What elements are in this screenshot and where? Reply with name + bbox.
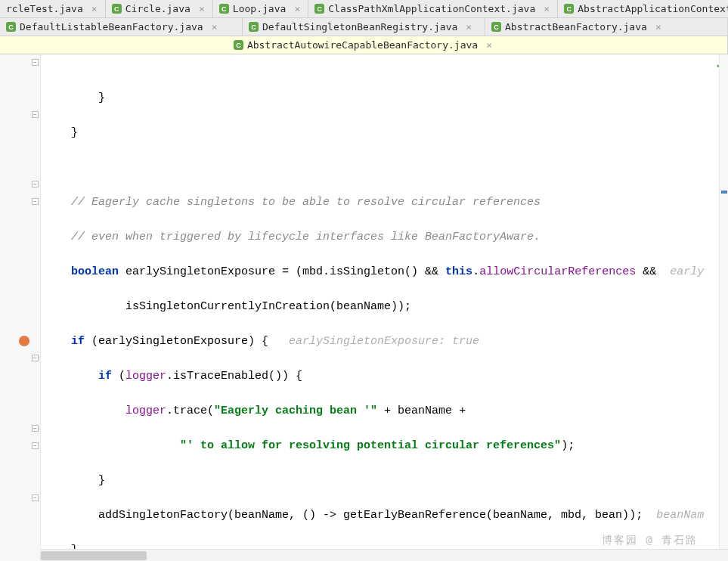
code-line: } xyxy=(44,472,728,489)
fold-icon[interactable]: − xyxy=(32,181,39,188)
fold-icon[interactable]: − xyxy=(32,111,39,118)
java-class-icon: C xyxy=(112,4,122,14)
java-class-icon: C xyxy=(564,4,574,14)
editor: − − − − − − − − ✓ } } // Eagerly cache s… xyxy=(0,54,728,561)
tab-row-1: rcleTest.java× CCircle.java× CLoop.java×… xyxy=(0,0,728,18)
code-line: if (logger.isTraceEnabled()) { xyxy=(44,367,728,385)
close-icon[interactable]: × xyxy=(654,21,663,33)
fold-icon[interactable]: − xyxy=(32,494,39,501)
close-icon[interactable]: × xyxy=(485,39,494,51)
code-area[interactable]: ✓ } } // Eagerly cache singletons to be … xyxy=(41,54,728,561)
fold-icon[interactable]: − xyxy=(32,355,39,361)
tab-loop[interactable]: CLoop.java× xyxy=(213,0,308,17)
code-line: // even when triggered by lifecycle inte… xyxy=(44,228,728,246)
gutter: − − − − − − − − xyxy=(0,54,41,561)
java-class-icon: C xyxy=(491,22,501,32)
code-line: logger.trace("Eagerly caching bean '" + … xyxy=(44,402,728,420)
code-line: "' to allow for resolving potential circ… xyxy=(44,437,728,454)
java-class-icon: C xyxy=(219,4,229,14)
tab-circle[interactable]: CCircle.java× xyxy=(106,0,213,17)
code-line: } xyxy=(44,124,728,141)
close-icon[interactable]: × xyxy=(90,3,99,14)
tab-abstractappctx[interactable]: CAbstractApplicationContext.java× xyxy=(558,0,728,17)
close-icon[interactable]: × xyxy=(197,3,206,14)
code-line: addSingletonFactory(beanName, () -> getE… xyxy=(44,507,728,524)
tab-defaultsingleton[interactable]: CDefaultSingletonBeanRegistry.java× xyxy=(243,18,485,36)
close-icon[interactable]: × xyxy=(210,21,219,33)
code-line: // Eagerly cache singletons to be able t… xyxy=(44,194,728,211)
tab-active-file[interactable]: CAbstractAutowireCapableBeanFactory.java… xyxy=(0,36,728,54)
fold-icon[interactable]: − xyxy=(32,425,39,432)
tab-defaultlistable[interactable]: CDefaultListableBeanFactory.java× xyxy=(0,18,243,36)
java-class-icon: C xyxy=(234,40,243,50)
code-line: boolean earlySingletonExposure = (mbd.is… xyxy=(44,263,728,280)
close-icon[interactable]: × xyxy=(293,3,302,14)
java-class-icon: C xyxy=(314,4,324,14)
code-line: if (earlySingletonExposure) { earlySingl… xyxy=(44,333,728,350)
java-class-icon: C xyxy=(249,22,259,32)
scrollbar-thumb[interactable] xyxy=(41,551,147,560)
code-line: isSingletonCurrentlyInCreation(beanName)… xyxy=(44,298,728,315)
fold-icon[interactable]: − xyxy=(32,442,39,449)
code-line xyxy=(44,159,728,176)
java-class-icon: C xyxy=(6,22,16,32)
tab-row-2: CDefaultListableBeanFactory.java× CDefau… xyxy=(0,18,728,36)
close-icon[interactable]: × xyxy=(464,21,473,33)
breakpoint-icon[interactable] xyxy=(19,336,29,346)
marker-bar[interactable] xyxy=(719,54,728,549)
marker[interactable] xyxy=(721,191,727,194)
close-icon[interactable]: × xyxy=(542,3,551,14)
tab-row-3: CAbstractAutowireCapableBeanFactory.java… xyxy=(0,36,728,54)
fold-icon[interactable]: − xyxy=(32,198,39,205)
tab-rcletest[interactable]: rcleTest.java× xyxy=(0,0,106,17)
fold-icon[interactable]: − xyxy=(32,59,39,66)
tab-classpathxml[interactable]: CClassPathXmlApplicationContext.java× xyxy=(308,0,558,17)
horizontal-scrollbar[interactable] xyxy=(41,549,728,561)
code-line: } xyxy=(44,89,728,107)
tab-abstractbeanfactory[interactable]: CAbstractBeanFactory.java× xyxy=(485,18,728,36)
